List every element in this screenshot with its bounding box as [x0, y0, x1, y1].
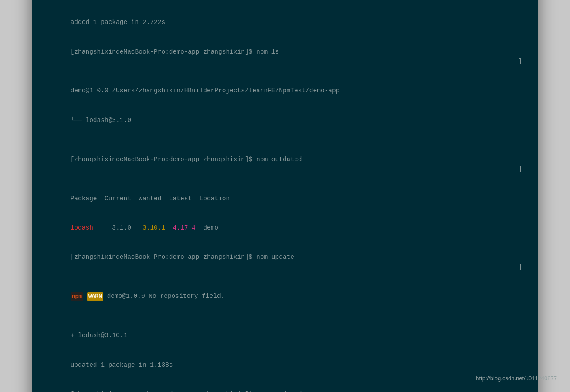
spacer — [93, 224, 112, 231]
output-text: demo@1.0.0 /Users/zhangshixin/HBuilderPr… — [71, 87, 340, 94]
spacer — [162, 195, 169, 202]
spacer — [131, 195, 139, 202]
terminal-window: 📁 demo-app — -bash — Solarized Dark ansi… — [32, 0, 538, 392]
output-text: updated 1 package in 1.138s — [71, 362, 173, 368]
col-location: Location — [200, 195, 230, 202]
prompt: [zhangshixindeMacBook-Pro:demo-app zhang… — [71, 156, 256, 163]
terminal-line: demo@1.0.0 /Users/zhangshixin/HBuilderPr… — [40, 76, 530, 105]
command: npm update — [256, 253, 294, 260]
col-wanted: Wanted — [139, 195, 161, 202]
terminal-line: └── lodash@3.1.0 — [40, 105, 530, 135]
warn-text: demo@1.0.0 No repository field. — [103, 293, 224, 300]
terminal-line: updated 1 package in 1.138s — [40, 350, 530, 379]
blank-line — [40, 135, 530, 145]
col-latest: Latest — [169, 195, 192, 202]
bracket: ] — [518, 57, 522, 66]
command: npm ls — [256, 48, 279, 55]
output-text: └── lodash@3.1.0 — [71, 117, 131, 124]
prompt: [zhangshixindeMacBook-Pro:demo-app zhang… — [71, 48, 256, 55]
watermark: http://blog.csdn.net/u011240877 — [476, 375, 557, 382]
npm-badge: npm — [71, 292, 83, 301]
terminal-line: npm WARN demo@1.0.0 No repository field. — [40, 282, 530, 311]
terminal-line: added 1 package in 2.722s — [40, 8, 530, 37]
spacer — [196, 224, 203, 231]
output-text: added 1 package in 2.722s — [71, 19, 166, 26]
prompt: [zhangshixindeMacBook-Pro:demo-app zhang… — [71, 253, 256, 260]
latest-version: 4.17.4 — [173, 224, 196, 231]
spacer — [131, 224, 142, 231]
spacer — [192, 195, 199, 202]
col-package: Package — [71, 195, 97, 202]
pkg-name: lodash — [71, 224, 93, 231]
warn-badge: WARN — [87, 292, 103, 301]
desktop-background: 📁 demo-app — -bash — Solarized Dark ansi… — [0, 0, 570, 392]
terminal-body[interactable]: [zhangshixindeMacBook-Pro:demo-app zhang… — [32, 0, 538, 392]
command: npm outdated — [256, 156, 302, 163]
output-text: + lodash@3.10.1 — [71, 332, 128, 339]
terminal-line: [zhangshixindeMacBook-Pro:demo-app zhang… — [40, 145, 530, 184]
terminal-line: + lodash@3.10.1 — [40, 321, 530, 350]
outdated-header-row: Package Current Wanted Latest Location — [40, 184, 530, 213]
outdated-data-row: lodash 3.1.0 3.10.1 4.17.4 demo — [40, 213, 530, 242]
current-version: 3.1.0 — [112, 224, 131, 231]
bracket: ] — [518, 164, 522, 174]
bracket: ] — [518, 262, 522, 272]
location-text: demo — [203, 224, 218, 231]
spacer — [97, 195, 105, 202]
terminal-line: + lodash@3.1.0 — [40, 0, 530, 8]
terminal-line: [zhangshixindeMacBook-Pro:demo-app zhang… — [40, 379, 530, 392]
terminal-line: [zhangshixindeMacBook-Pro:demo-app zhang… — [40, 37, 530, 76]
terminal-line: [zhangshixindeMacBook-Pro:demo-app zhang… — [40, 243, 530, 282]
blank-line — [40, 311, 530, 321]
wanted-version: 3.10.1 — [142, 224, 165, 231]
col-current: Current — [105, 195, 131, 202]
spacer — [165, 224, 173, 231]
